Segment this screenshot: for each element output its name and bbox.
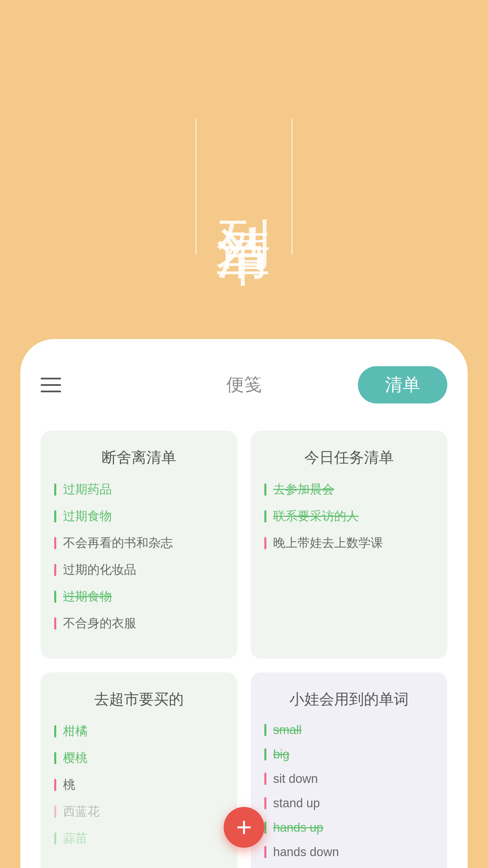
header-area: 列清单 — [0, 0, 488, 373]
list-item: hands down — [264, 845, 434, 859]
item-bar — [54, 564, 56, 576]
list-item: 蒜苗 — [54, 830, 224, 847]
list-item: 西蓝花 — [54, 803, 224, 820]
item-bar — [54, 484, 56, 496]
list-item: 柑橘 — [54, 723, 224, 739]
item-bar — [264, 510, 266, 522]
item-bar — [54, 832, 56, 845]
nav-bar: 便笺 清单 — [41, 366, 447, 403]
list-item: sit down — [264, 772, 434, 786]
main-card: 便笺 清单 断舍离清单 过期药品 过期食物 不会再看的书和杂志 过期的化妆品 — [20, 339, 468, 868]
item-bar — [54, 537, 56, 549]
item-bar — [54, 617, 56, 630]
item-bar — [54, 725, 56, 737]
item-bar — [264, 773, 266, 785]
item-text: 桃 — [63, 776, 75, 793]
card-supermarket-title: 去超市要买的 — [54, 689, 224, 709]
item-bar — [264, 822, 266, 834]
item-text: 不合身的衣服 — [63, 615, 136, 632]
item-text: 不会再看的书和杂志 — [63, 535, 173, 551]
item-bar — [264, 846, 266, 858]
item-text: small — [273, 723, 302, 737]
item-text: 过期的化妆品 — [63, 561, 136, 578]
item-text: 过期药品 — [63, 481, 112, 498]
item-bar — [54, 806, 56, 818]
list-item: 桃 — [54, 776, 224, 793]
hamburger-menu-button[interactable] — [41, 378, 61, 392]
list-item: hands up — [264, 821, 434, 835]
item-bar — [264, 724, 266, 736]
item-bar — [264, 797, 266, 809]
item-bar — [264, 537, 266, 549]
title-container: 列清单 — [196, 119, 292, 254]
item-text: 晚上带娃去上数学课 — [273, 535, 383, 551]
item-bar — [54, 510, 56, 522]
item-text: 过期食物 — [63, 508, 112, 525]
item-text: 樱桃 — [63, 750, 87, 766]
card-danshe: 断舍离清单 过期药品 过期食物 不会再看的书和杂志 过期的化妆品 过期食物 — [41, 431, 237, 659]
item-text: 过期食物 — [63, 588, 112, 605]
list-item: stand up — [264, 796, 434, 810]
list-item: 樱桃 — [54, 750, 224, 766]
cards-grid: 断舍离清单 过期药品 过期食物 不会再看的书和杂志 过期的化妆品 过期食物 — [41, 431, 447, 868]
item-text: sit down — [273, 772, 318, 786]
list-item: small — [264, 723, 434, 737]
item-text: stand up — [273, 796, 320, 810]
list-item: 不合身的衣服 — [54, 615, 224, 632]
list-item: 过期食物 — [54, 588, 224, 605]
list-item: big — [264, 747, 434, 762]
list-item: 不会再看的书和杂志 — [54, 535, 224, 551]
item-text: 联系要采访的人 — [273, 508, 359, 525]
list-item: 联系要采访的人 — [264, 508, 434, 525]
item-text: hands up — [273, 821, 323, 835]
item-bar — [264, 748, 266, 761]
item-text: hands down — [273, 845, 339, 859]
item-bar — [54, 779, 56, 791]
item-bar — [264, 484, 266, 496]
card-words: 小娃会用到的单词 small big sit down stand up han… — [251, 672, 447, 868]
item-text: 蒜苗 — [63, 830, 87, 847]
list-item: 过期药品 — [54, 481, 224, 498]
item-text: 西蓝花 — [63, 803, 100, 820]
list-item: 晚上带娃去上数学课 — [264, 535, 434, 551]
item-text: 柑橘 — [63, 723, 87, 739]
nav-note-tab[interactable]: 便笺 — [226, 373, 262, 397]
card-supermarket: 去超市要买的 柑橘 樱桃 桃 西蓝花 蒜苗 — [41, 672, 237, 868]
card-danshe-title: 断舍离清单 — [54, 448, 224, 468]
nav-list-tab[interactable]: 清单 — [358, 366, 447, 403]
add-button[interactable]: + — [224, 807, 264, 848]
item-bar — [54, 591, 56, 603]
card-tasks-title: 今日任务清单 — [264, 448, 434, 468]
list-item: 过期食物 — [54, 508, 224, 525]
title-line-right — [291, 119, 292, 254]
item-bar — [54, 752, 56, 764]
list-item: 过期的化妆品 — [54, 561, 224, 578]
item-text: big — [273, 747, 289, 762]
card-words-title: 小娃会用到的单词 — [264, 689, 434, 709]
list-item: 去参加晨会 — [264, 481, 434, 498]
item-text: 去参加晨会 — [273, 481, 334, 498]
app-title: 列清单 — [197, 176, 291, 197]
card-tasks: 今日任务清单 去参加晨会 联系要采访的人 晚上带娃去上数学课 — [251, 431, 447, 659]
